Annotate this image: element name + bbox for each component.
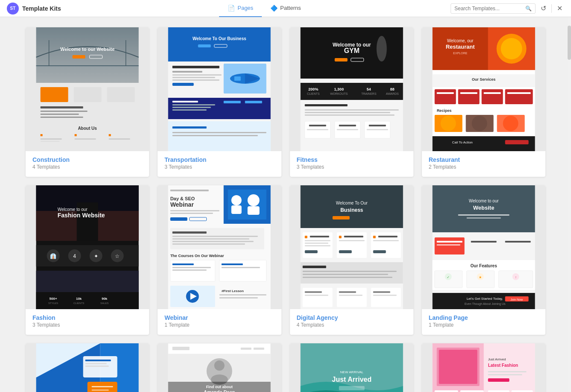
template-card-personal[interactable]: Find out about Amanda Dean Amanda Dean — [158, 343, 281, 392]
template-card-construction[interactable]: Welcome to our Website About Us — [26, 27, 149, 177]
card-name-digital-agency: Digital Agency — [297, 314, 407, 321]
svg-text:200%: 200% — [308, 87, 318, 91]
svg-text:Even Though About Joining Us: Even Though About Joining Us — [464, 302, 505, 306]
template-card-landing-page[interactable]: Welcome to our Website Our Features ✓ ★ — [422, 185, 545, 335]
svg-rect-157 — [173, 267, 211, 268]
card-name-fashion: Fashion — [32, 314, 142, 321]
search-input[interactable] — [454, 6, 523, 12]
svg-rect-215 — [471, 241, 496, 243]
svg-rect-211 — [434, 237, 464, 255]
svg-rect-201 — [305, 295, 328, 296]
svg-text:Welcome to our: Welcome to our — [58, 207, 88, 212]
svg-rect-187 — [305, 250, 317, 253]
svg-rect-32 — [173, 66, 220, 68]
svg-rect-179 — [310, 236, 329, 237]
svg-rect-35 — [173, 77, 215, 78]
svg-rect-278 — [511, 390, 533, 392]
svg-rect-89 — [434, 89, 456, 104]
svg-rect-75 — [369, 125, 386, 126]
svg-rect-90 — [458, 89, 479, 104]
svg-rect-156 — [173, 263, 194, 265]
svg-rect-33 — [173, 71, 202, 73]
svg-rect-248 — [173, 347, 190, 350]
svg-rect-183 — [305, 243, 328, 244]
template-card-fitness[interactable]: Welcome to our GYM 200% CLIENTS 1,300 WO… — [290, 27, 413, 177]
svg-text:88: 88 — [390, 87, 394, 91]
svg-rect-12 — [41, 111, 88, 112]
template-card-webinar[interactable]: Day & SEO Webinar The Courses On Our Web… — [158, 185, 281, 335]
svg-rect-186 — [373, 240, 398, 241]
svg-rect-96 — [507, 92, 530, 94]
card-name-transportation: Transportation — [164, 156, 274, 163]
svg-text:90k: 90k — [102, 297, 108, 301]
template-card-transportation[interactable]: Welcome To Our Business — [158, 27, 281, 177]
svg-rect-190 — [300, 262, 403, 284]
svg-rect-48 — [173, 135, 258, 136]
svg-text:EXPLORE: EXPLORE — [453, 52, 467, 55]
svg-text:Restaurant: Restaurant — [445, 44, 475, 50]
svg-rect-93 — [436, 92, 454, 94]
svg-rect-9 — [74, 87, 102, 102]
svg-text:SALES: SALES — [100, 302, 108, 304]
app-logo: ST Template Kits — [7, 3, 61, 15]
template-card-fashion[interactable]: Welcome to our Fashion Website 👔 4 ✦ ☆ 5… — [26, 185, 149, 335]
svg-rect-21 — [109, 134, 111, 136]
card-preview-webinar: Day & SEO Webinar The Courses On Our Web… — [158, 185, 281, 309]
svg-rect-57 — [300, 83, 403, 100]
svg-rect-212 — [469, 237, 498, 255]
svg-rect-250 — [254, 348, 264, 350]
svg-rect-158 — [173, 269, 207, 271]
svg-text:TRAINERS: TRAINERS — [361, 92, 376, 95]
svg-rect-43 — [224, 101, 241, 103]
tab-pages[interactable]: 📄 Pages — [219, 0, 262, 17]
svg-rect-125 — [36, 292, 139, 309]
app-header: ST Template Kits 📄 Pages 🔷 Patterns 🔍 ↺ … — [0, 0, 571, 17]
svg-text:☆: ☆ — [115, 253, 120, 259]
svg-rect-181 — [378, 236, 397, 237]
svg-rect-78 — [366, 129, 388, 130]
template-card-fashion2[interactable]: Just Arrived Latest Fashion Latest Fashi… — [422, 343, 545, 392]
close-button[interactable]: ✕ — [555, 3, 564, 14]
svg-rect-272 — [488, 371, 526, 372]
svg-rect-31 — [234, 76, 241, 81]
svg-rect-152 — [173, 243, 245, 245]
svg-rect-145 — [170, 217, 187, 221]
svg-rect-41 — [173, 107, 211, 108]
template-card-restaurant[interactable]: Welcome, our Restaurant EXPLORE Our Serv… — [422, 27, 545, 177]
tab-patterns[interactable]: 🔷 Patterns — [262, 0, 309, 17]
template-card-digital-agency[interactable]: Welcome To Our Business — [290, 185, 413, 335]
scrollbar-track[interactable] — [568, 17, 571, 392]
card-info-transportation: Transportation 3 Templates — [158, 151, 281, 177]
svg-text:Find out about: Find out about — [206, 385, 233, 389]
svg-rect-165 — [220, 294, 266, 295]
template-card-new1[interactable]: NEW ARRIVAL Just Arrived Just Arrived — [290, 343, 413, 392]
card-info-fashion: Fashion 3 Templates — [26, 309, 149, 335]
svg-rect-11 — [41, 106, 83, 108]
svg-rect-265 — [339, 386, 364, 390]
svg-rect-143 — [170, 210, 220, 211]
svg-text:Welcome, our: Welcome, our — [447, 38, 474, 43]
search-box: 🔍 — [451, 3, 536, 14]
svg-rect-276 — [460, 390, 483, 392]
svg-rect-76 — [307, 129, 328, 130]
scrollbar-thumb[interactable] — [568, 26, 571, 60]
svg-text:✦: ✦ — [94, 253, 98, 259]
svg-rect-159 — [222, 263, 243, 265]
svg-rect-67 — [305, 109, 398, 111]
svg-rect-137 — [231, 205, 242, 214]
svg-text:1,300: 1,300 — [334, 87, 344, 91]
svg-rect-73 — [309, 125, 326, 126]
card-info-fitness: Fitness 3 Templates — [290, 151, 413, 177]
svg-rect-240 — [85, 366, 109, 367]
svg-rect-238 — [85, 360, 111, 361]
template-card-app[interactable]: We Develop Awesome Apps We Develop Aweso… — [26, 343, 149, 392]
svg-text:NEW ARRIVAL: NEW ARRIVAL — [340, 370, 363, 374]
svg-rect-177 — [339, 236, 341, 238]
svg-rect-106 — [505, 140, 528, 144]
card-name-restaurant: Restaurant — [429, 156, 539, 163]
refresh-button[interactable]: ↺ — [539, 3, 548, 14]
svg-rect-149 — [173, 236, 258, 237]
svg-rect-193 — [302, 274, 388, 275]
tab-pages-label: Pages — [237, 5, 253, 11]
svg-text:Latest Fashion: Latest Fashion — [488, 363, 518, 368]
